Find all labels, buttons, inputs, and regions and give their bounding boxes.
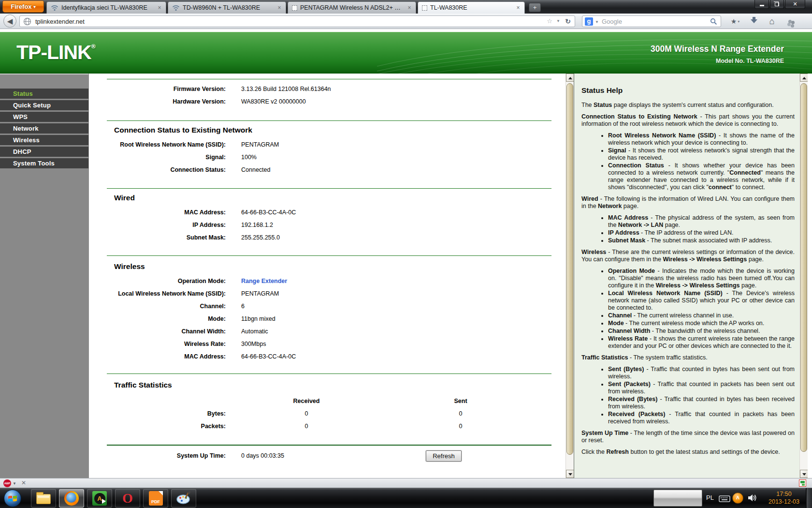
help-bullet: IP Address - The IP address of the wired… — [608, 229, 795, 237]
taskbar-app-windows-explorer[interactable] — [31, 489, 56, 508]
taskbar-app-pdf-viewer[interactable]: PDF — [143, 489, 168, 508]
reload-icon[interactable]: ↻ — [565, 17, 571, 25]
window-minimize-button[interactable] — [754, 0, 769, 9]
addon-toolbar-button[interactable] — [783, 15, 797, 27]
help-paragraph: Traffic Statistics - The system traffic … — [581, 354, 795, 361]
row-value: 6 — [241, 300, 245, 313]
browser-toolbar: ◀ tplinkextender.net ☆ ▼ ↻ g ▼ Google ★▾ — [0, 14, 812, 29]
url-bar[interactable]: tplinkextender.net ☆ ▼ ↻ — [19, 15, 575, 27]
taskbar-app-paint[interactable] — [171, 489, 196, 508]
docked-toolbar[interactable] — [653, 490, 702, 507]
scrollbar-thumb[interactable] — [800, 83, 807, 452]
help-paragraph: Connection Status to Existing Network - … — [581, 113, 795, 128]
tab-close-icon[interactable]: × — [276, 4, 283, 11]
help-bullet-list: Root Wireless Network Name (SSID) - It s… — [581, 132, 795, 191]
back-button[interactable]: ◀ — [3, 15, 16, 28]
scroll-up-button[interactable] — [566, 74, 574, 82]
search-engine-icon[interactable]: g — [585, 17, 593, 26]
main-scrollbar[interactable] — [566, 74, 574, 478]
window-close-button[interactable]: ✕ — [785, 0, 805, 9]
refresh-button[interactable]: Refresh — [426, 450, 462, 462]
status-row: Operation Mode:Range Extender — [89, 275, 566, 287]
start-button[interactable] — [4, 490, 21, 507]
sidebar-item-wireless[interactable]: Wireless — [0, 135, 88, 145]
status-row: Wireless Rate:300Mbps — [89, 338, 566, 350]
paint-icon — [176, 491, 191, 506]
addon-icon — [788, 20, 792, 23]
language-indicator[interactable]: PL — [706, 494, 714, 501]
scroll-down-button[interactable] — [566, 470, 574, 478]
clock-date: 2013-12-03 — [766, 498, 802, 506]
tab-close-icon[interactable]: × — [406, 4, 413, 11]
addon-bar-close-icon[interactable]: ✕ — [21, 479, 26, 486]
row-label: Wireless Rate: — [89, 338, 226, 350]
row-label: Packets: — [89, 420, 226, 433]
row-value: 300Mbps — [241, 338, 266, 350]
window-restore-button[interactable] — [770, 0, 784, 9]
tab-close-icon[interactable]: × — [156, 4, 163, 11]
sidebar-item-system-tools[interactable]: System Tools — [0, 158, 88, 168]
globe-icon — [23, 17, 31, 26]
browser-tab-4[interactable]: TL-WA830RE× — [418, 1, 525, 14]
help-bullet-list: MAC Address - The physical address of th… — [581, 214, 795, 244]
search-engine-dropdown-icon[interactable]: ▼ — [595, 20, 599, 24]
adblock-plus-icon[interactable]: ABP — [3, 479, 11, 487]
downloads-button[interactable] — [747, 15, 761, 27]
sidebar-item-wps[interactable]: WPS — [0, 112, 88, 122]
home-button[interactable]: ⌂ — [765, 15, 779, 27]
speaker-icon[interactable] — [747, 493, 758, 502]
traffic-row: Packets:00 — [89, 420, 566, 433]
taskbar-app-firefox[interactable] — [59, 489, 84, 508]
sidebar-item-quick-setup[interactable]: Quick Setup — [0, 100, 88, 110]
column-received: Received — [273, 395, 340, 407]
row-value: 64-66-B3-CC-4A-0C — [241, 350, 296, 363]
firefox-menu-label: Firefox — [11, 3, 31, 10]
help-bullet: Root Wireless Network Name (SSID) - It s… — [608, 132, 795, 147]
bookmark-star-icon[interactable]: ☆ — [547, 17, 552, 25]
tab-close-icon[interactable]: × — [515, 4, 522, 11]
row-label: Channel: — [89, 300, 226, 313]
help-bullet: Local Wireless Network Name (SSID) - The… — [608, 290, 795, 312]
sidebar-item-dhcp[interactable]: DHCP — [0, 147, 88, 157]
bookmarks-button[interactable]: ★▾ — [728, 15, 742, 27]
adblock-dropdown-icon[interactable]: ▼ — [13, 481, 16, 486]
taskbar-app-opera[interactable]: O — [115, 489, 140, 508]
separator — [107, 188, 551, 189]
addon-status-icon[interactable] — [799, 479, 806, 487]
help-scrollbar[interactable] — [799, 74, 808, 478]
traffic-row: Bytes:00 — [89, 407, 566, 420]
uptime-value: 0 days 00:03:35 — [241, 449, 284, 462]
tab-title: Identyfikacja sieci TL-WA830RE — [58, 4, 156, 11]
chevron-down-icon: ▾ — [33, 4, 36, 9]
row-value: 3.13.26 Build 121008 Rel.61364n — [241, 83, 331, 95]
browser-tab-2[interactable]: TD-W8960N + TL-WA830RE× — [168, 1, 286, 14]
help-paragraph: Wired - The following is the information… — [581, 195, 795, 210]
url-dropdown-icon[interactable]: ▼ — [556, 19, 560, 23]
url-text[interactable]: tplinkextender.net — [35, 18, 85, 25]
sidebar-item-network[interactable]: Network — [0, 123, 88, 134]
browser-tab-bar: Firefox ▾ Identyfikacja sieci TL-WA830RE… — [0, 0, 812, 14]
new-tab-button[interactable]: + — [529, 3, 541, 12]
separator — [107, 120, 551, 121]
browser-tab-1[interactable]: Identyfikacja sieci TL-WA830RE× — [46, 1, 166, 14]
show-desktop-button[interactable] — [806, 488, 812, 508]
browser-tab-3[interactable]: PENTAGRAM Wireless N ADSL2+ Rou...× — [288, 1, 416, 14]
row-value: PENTAGRAM — [241, 287, 279, 300]
search-icon[interactable] — [710, 18, 717, 25]
help-panel: Status HelpThe Status page displays the … — [574, 74, 799, 478]
search-input[interactable]: g ▼ Google — [582, 15, 721, 27]
help-bullet: MAC Address - The physical address of th… — [608, 214, 795, 229]
taskbar-clock[interactable]: 17:50 2013-12-03 — [766, 490, 802, 506]
show-hidden-icons-button[interactable]: ˄ — [732, 493, 743, 504]
keyboard-icon[interactable] — [719, 494, 730, 502]
row-label: Connection Status: — [89, 164, 226, 176]
scroll-up-button[interactable] — [800, 74, 808, 82]
scrollbar-thumb[interactable] — [566, 83, 573, 455]
taskbar-app-aimp[interactable]: A — [87, 489, 112, 508]
scroll-down-button[interactable] — [800, 470, 808, 478]
firefox-menu-button[interactable]: Firefox ▾ — [2, 0, 44, 13]
help-bullet: Operation Mode - Indicates the mode whic… — [608, 268, 795, 289]
status-row: Channel:6 — [89, 300, 566, 313]
sidebar-item-status[interactable]: Status — [0, 89, 88, 99]
help-paragraph: System Up Time - The length of the time … — [581, 430, 795, 444]
